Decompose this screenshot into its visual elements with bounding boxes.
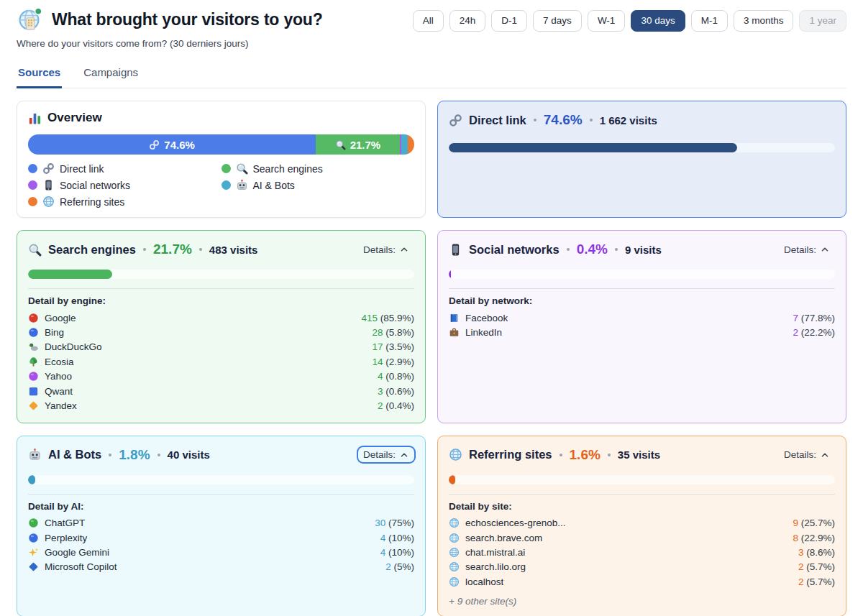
detail-row-count: 17 [372, 341, 383, 352]
chevron-up-icon [820, 450, 830, 460]
globe-icon [42, 196, 55, 208]
progress-bar [28, 270, 414, 279]
card-visits: 483 visits [209, 244, 258, 256]
progress-bar [449, 475, 835, 484]
link-icon [449, 114, 462, 127]
card-title: Referring sites [469, 448, 552, 461]
detail-row-value: 4 (0.8%) [378, 371, 414, 382]
detail-row-label: Yandex [45, 400, 77, 411]
separator-dot [567, 248, 570, 251]
card-visits: 1 662 visits [600, 114, 657, 127]
detail-row-label: ChatGPT [45, 518, 85, 528]
detail-row-count: 9 [793, 518, 798, 528]
card-percent: 1.6% [570, 447, 601, 463]
legend-item-social-networks: Social networks [28, 179, 222, 191]
detail-list-title: Detail by site: [449, 501, 835, 512]
detail-row-label: Microsoft Copilot [45, 561, 117, 572]
time-filter-30-days[interactable]: 30 days [631, 10, 685, 32]
detail-row-label: chat.mistral.ai [465, 547, 525, 558]
legend-label: Direct link [60, 163, 104, 175]
tab-campaigns[interactable]: Campaigns [82, 63, 140, 88]
globe-icon [449, 561, 460, 572]
legend-item-ai-bots: AI & Bots [222, 179, 415, 191]
time-filter-d-1[interactable]: D-1 [491, 10, 527, 32]
detail-row-facebook: Facebook7 (77.8%) [449, 311, 835, 325]
detail-row-perplexity: Perplexity4 (10%) [28, 530, 414, 545]
separator-dot [560, 454, 562, 456]
detail-row-chat-mistral-ai: chat.mistral.ai3 (8.6%) [449, 545, 835, 559]
blue-square-icon [28, 386, 39, 397]
time-filter-3-months[interactable]: 3 months [734, 10, 794, 32]
legend-label: Referring sites [60, 196, 124, 208]
card-visits: 35 visits [618, 449, 660, 461]
detail-list-title: Detail by network: [449, 295, 835, 306]
detail-row-percent: (25.7%) [798, 518, 835, 528]
time-filter-all[interactable]: All [413, 10, 444, 32]
detail-list-title: Detail by AI: [28, 501, 414, 512]
detail-row-value: 4 (10%) [380, 533, 414, 543]
widget-header: What brought your visitors to you? Where… [17, 6, 846, 49]
detail-row-label: LinkedIn [465, 327, 502, 338]
detail-row-label: echosciences-grenob... [465, 518, 566, 528]
detail-row-percent: (75%) [385, 518, 414, 528]
detail-list: echosciences-grenob...9 (25.7%) search.b… [449, 516, 835, 589]
detail-row-percent: (5%) [391, 561, 414, 572]
divider [28, 494, 414, 495]
time-filter-m-1[interactable]: M-1 [691, 10, 728, 32]
detail-row-count: 2 [385, 561, 391, 572]
detail-row-value: 14 (2.9%) [372, 357, 414, 367]
time-filter-7-days[interactable]: 7 days [533, 10, 582, 32]
detail-row-percent: (8.6%) [803, 547, 835, 558]
segment-direct-link: 74.6% [28, 134, 316, 155]
detail-row-label: Google Gemini [45, 547, 109, 558]
divider [28, 288, 414, 289]
detail-row-count: 415 [361, 313, 378, 323]
progress-fill [28, 475, 35, 484]
segment-percent-label: 21.7% [350, 139, 381, 151]
legend-color-dot [28, 180, 37, 190]
detail-row-label: Bing [45, 327, 64, 338]
details-toggle[interactable]: Details: [358, 447, 414, 462]
bar-chart-icon [28, 111, 42, 125]
card-percent: 74.6% [544, 112, 583, 128]
robot-icon [236, 179, 248, 191]
card-percent: 21.7% [153, 242, 192, 257]
detail-row-search-lilo-org: search.lilo.org2 (5.7%) [449, 560, 835, 574]
details-toggle[interactable]: Details: [779, 242, 835, 257]
detail-row-value: 9 (25.7%) [793, 518, 835, 528]
segment-ai-bots [401, 134, 408, 155]
separator-dot [109, 454, 111, 456]
progress-fill [449, 143, 737, 152]
detail-row-label: Google [45, 313, 76, 323]
separator-dot [143, 248, 146, 251]
detail-row-yahoo: Yahoo4 (0.8%) [28, 369, 414, 384]
detail-row-google: Google415 (85.9%) [28, 311, 414, 325]
detail-row-value: 3 (0.6%) [378, 386, 414, 397]
detail-row-label: localhost [465, 576, 503, 587]
progress-bar [449, 270, 835, 279]
red-circle-icon [28, 313, 39, 323]
detail-row-duckduckgo: DuckDuckGo17 (3.5%) [28, 340, 414, 354]
detail-row-value: 28 (5.8%) [372, 327, 414, 338]
time-filter-w-1[interactable]: W-1 [588, 10, 626, 32]
card-title: Search engines [48, 243, 136, 257]
detail-row-echosciences-grenob: echosciences-grenob...9 (25.7%) [449, 516, 835, 530]
globe-icon [449, 448, 462, 461]
blue-circle-icon [28, 327, 39, 338]
chevron-up-icon [399, 244, 409, 254]
green-circle-icon [28, 518, 39, 528]
detail-row-value: 7 (77.8%) [793, 313, 835, 323]
card-percent: 1.8% [119, 447, 150, 463]
detail-list-title: Detail by engine: [28, 295, 414, 306]
tab-sources[interactable]: Sources [17, 63, 62, 88]
time-filter-24h[interactable]: 24h [449, 10, 486, 32]
detail-row-value: 2 (5.7%) [798, 576, 835, 587]
briefcase-icon [449, 327, 460, 338]
detail-row-search-brave-com: search.brave.com8 (22.9%) [449, 530, 835, 545]
robot-icon [28, 448, 42, 461]
detail-row-percent: (3.5%) [383, 341, 414, 352]
tabs: SourcesCampaigns [17, 63, 846, 88]
page-title: What brought your visitors to you? [52, 10, 323, 29]
details-toggle[interactable]: Details: [779, 447, 835, 462]
details-toggle[interactable]: Details: [358, 242, 414, 257]
